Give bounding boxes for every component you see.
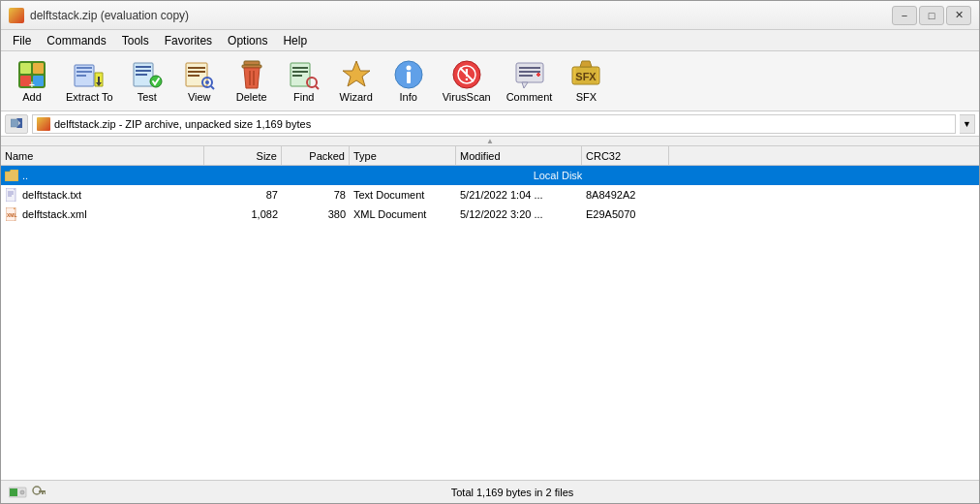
col-header-modified[interactable]: Modified [456, 146, 582, 165]
file-name-cell: XML delftstack.xml [1, 205, 204, 224]
svg-rect-32 [292, 75, 302, 77]
extract-button[interactable]: Extract To [59, 55, 120, 107]
info-label: Info [400, 91, 417, 103]
svg-rect-69 [42, 492, 44, 494]
info-icon [393, 59, 424, 90]
svg-text:XML: XML [7, 212, 17, 218]
table-row[interactable]: XML delftstack.xml 1,082 380 XML Documen… [1, 205, 979, 224]
svg-rect-47 [519, 75, 533, 77]
sort-bar: ▲ [1, 137, 979, 146]
menu-options[interactable]: Options [220, 32, 275, 49]
xml-modified: 5/12/2022 3:20 ... [456, 205, 582, 224]
table-row[interactable]: .. Local Disk [1, 166, 979, 185]
menu-tools[interactable]: Tools [114, 32, 157, 49]
col-header-size[interactable]: Size [204, 146, 282, 165]
app-icon [9, 8, 24, 23]
sfx-button[interactable]: SFX SFX [561, 55, 611, 107]
view-button[interactable]: View [174, 55, 225, 107]
xml-type: XML Document [350, 205, 456, 224]
status-drive-icon [9, 486, 28, 499]
file-list: .. Local Disk delftstack.txt 87 78 Text … [1, 166, 979, 480]
address-dropdown[interactable]: ▼ [960, 114, 975, 134]
svg-rect-1 [20, 63, 31, 74]
sort-triangle: ▲ [486, 137, 494, 145]
svg-point-37 [406, 66, 411, 71]
zip-icon [37, 117, 50, 131]
col-header-type[interactable]: Type [350, 146, 456, 165]
title-buttons: − □ ✕ [892, 6, 971, 25]
status-bar: Total 1,169 bytes in 2 files [1, 480, 979, 503]
svg-rect-16 [136, 74, 147, 76]
find-label: Find [293, 91, 314, 103]
svg-rect-14 [136, 66, 151, 68]
status-key-icon [32, 486, 46, 499]
find-button[interactable]: Find [279, 55, 329, 107]
file-name-cell: delftstack.txt [1, 185, 204, 205]
delete-icon [236, 59, 267, 90]
wizard-button[interactable]: Wizard [331, 55, 382, 107]
txt-filename: delftstack.txt [22, 189, 81, 201]
delete-label: Delete [236, 91, 267, 103]
xml-file-icon: XML [5, 207, 18, 221]
svg-rect-56 [6, 188, 15, 202]
delete-button[interactable]: Delete [227, 55, 277, 107]
menu-help[interactable]: Help [275, 32, 315, 49]
svg-rect-68 [39, 490, 46, 492]
txt-type: Text Document [350, 185, 456, 205]
svg-line-34 [316, 86, 319, 89]
svg-text:+: + [29, 79, 35, 90]
svg-marker-11 [98, 77, 100, 82]
txt-packed: 78 [282, 185, 350, 205]
svg-rect-70 [45, 492, 46, 494]
view-icon [184, 59, 215, 90]
virusscan-icon: ! [451, 59, 482, 90]
virusscan-button[interactable]: ! VirusScan [436, 55, 498, 107]
svg-marker-53 [580, 61, 592, 67]
svg-rect-21 [188, 75, 199, 77]
svg-rect-46 [519, 71, 540, 73]
xml-packed: 380 [282, 205, 350, 224]
col-header-name[interactable]: Name [1, 146, 204, 165]
comment-button[interactable]: Comment [500, 55, 560, 107]
table-row[interactable]: delftstack.txt 87 78 Text Document 5/21/… [1, 185, 979, 205]
find-icon [289, 59, 320, 90]
column-headers: Name Size Packed Type Modified CRC32 [1, 146, 979, 166]
status-text: Total 1,169 bytes in 2 files [53, 487, 971, 498]
address-bar: delftstack.zip - ZIP archive, unpacked s… [1, 111, 979, 137]
toolbar: + Add Extract To [1, 51, 979, 111]
parent-size [204, 166, 282, 185]
add-button[interactable]: + Add [7, 55, 57, 107]
svg-marker-35 [343, 61, 370, 86]
test-button[interactable]: Test [122, 55, 172, 107]
add-icon: + [16, 59, 47, 90]
back-button[interactable] [5, 114, 28, 134]
svg-text:SFX: SFX [576, 71, 597, 82]
svg-line-23 [211, 86, 214, 89]
col-header-packed[interactable]: Packed [282, 146, 350, 165]
sfx-label: SFX [576, 91, 597, 103]
extract-label: Extract To [66, 91, 113, 103]
svg-rect-54 [11, 119, 18, 127]
xml-filename: delftstack.xml [22, 208, 87, 220]
parent-type: Local Disk [350, 166, 766, 185]
close-button[interactable]: ✕ [946, 6, 971, 25]
minimize-button[interactable]: − [892, 6, 917, 25]
svg-rect-7 [77, 67, 92, 69]
svg-rect-30 [292, 67, 308, 69]
menu-favorites[interactable]: Favorites [157, 32, 220, 49]
svg-rect-38 [407, 72, 411, 83]
svg-rect-20 [188, 71, 205, 73]
extract-icon [74, 59, 105, 90]
menu-file[interactable]: File [5, 32, 39, 49]
window-title: delftstack.zip (evaluation copy) [30, 9, 189, 22]
wizard-icon [341, 59, 372, 90]
menu-commands[interactable]: Commands [39, 32, 113, 49]
parent-packed [282, 166, 350, 185]
svg-marker-44 [522, 82, 528, 88]
xml-size: 1,082 [204, 205, 282, 224]
col-header-crc[interactable]: CRC32 [582, 146, 669, 165]
svg-rect-31 [292, 71, 308, 73]
maximize-button[interactable]: □ [919, 6, 944, 25]
info-button[interactable]: Info [383, 55, 434, 107]
test-label: Test [138, 91, 157, 103]
